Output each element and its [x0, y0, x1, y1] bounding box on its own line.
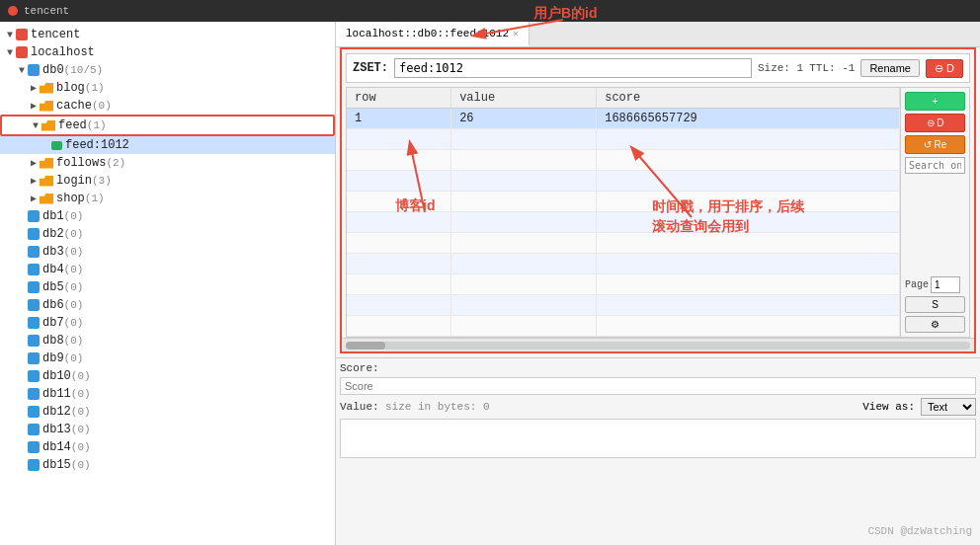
sidebar-label: db11: [42, 387, 71, 401]
cell-empty: [451, 192, 597, 212]
sidebar-item-db10[interactable]: db10 (0): [0, 367, 335, 385]
db-icon: [28, 281, 40, 293]
table-row-empty: [347, 274, 900, 295]
top-bar: tencent: [0, 0, 980, 22]
delete-row-button[interactable]: ⊖ D: [905, 114, 965, 132]
add-row-button[interactable]: +: [905, 92, 965, 111]
sidebar-count: (0): [64, 335, 84, 347]
data-table: rowvaluescore1261686665657729: [347, 88, 900, 337]
sidebar-item-db0[interactable]: ▼db0 (10/5): [0, 61, 335, 79]
sidebar-count: (0): [64, 228, 84, 240]
sidebar-item-db1[interactable]: db1 (0): [0, 207, 335, 225]
data-table-container[interactable]: rowvaluescore1261686665657729: [347, 88, 900, 337]
tab-feed-1012[interactable]: localhost::db0::feed:1012 ✕: [336, 22, 530, 46]
folder-icon: [40, 101, 53, 112]
sidebar-label: shop: [56, 192, 85, 205]
sidebar-item-blog[interactable]: ▶blog (1): [0, 79, 335, 97]
db-icon: [28, 441, 40, 453]
sidebar-item-db12[interactable]: db12 (0): [0, 403, 335, 421]
tree-arrow: ▶: [28, 82, 40, 94]
cell-empty: [347, 233, 451, 254]
sidebar-item-tencent[interactable]: ▼tencent: [0, 26, 335, 43]
table-row-empty: [347, 129, 900, 150]
value-area[interactable]: [340, 419, 976, 458]
tab-label: localhost::db0::feed:1012: [346, 28, 509, 39]
view-as-select[interactable]: Text JSON Hex: [921, 398, 976, 416]
sidebar-count: (2): [106, 157, 125, 169]
sidebar-label: login: [56, 174, 92, 188]
refresh-button[interactable]: ↺ Re: [905, 135, 965, 154]
table-row-empty: [347, 150, 900, 171]
settings-button[interactable]: ⚙: [905, 316, 965, 333]
tab-bar: localhost::db0::feed:1012 ✕: [336, 22, 980, 47]
sidebar-item-db6[interactable]: db6 (0): [0, 296, 335, 314]
db-icon: [28, 352, 40, 364]
sidebar-item-db15[interactable]: db15 (0): [0, 456, 335, 474]
sidebar-label: feed: [58, 118, 87, 132]
search-input[interactable]: [905, 157, 965, 174]
sidebar-label: db8: [42, 334, 64, 348]
folder-icon: [40, 158, 53, 169]
sidebar-item-db4[interactable]: db4 (0): [0, 261, 335, 278]
db-icon: [28, 64, 40, 76]
tree-arrow: ▶: [28, 193, 40, 204]
cell-empty: [451, 254, 597, 274]
sidebar-item-shop[interactable]: ▶shop (1): [0, 190, 335, 207]
tab-close-icon[interactable]: ✕: [513, 28, 519, 39]
sidebar-item-db9[interactable]: db9 (0): [0, 350, 335, 367]
cell-empty: [347, 316, 451, 337]
sidebar-item-localhost[interactable]: ▼localhost: [0, 43, 335, 61]
action-panel: + ⊖ D ↺ Re Page S ⚙: [900, 88, 969, 337]
sidebar-count: (0): [71, 459, 91, 471]
sidebar-label: cache: [56, 99, 92, 113]
cell-empty: [451, 150, 597, 171]
cell-empty: [597, 171, 900, 192]
sidebar-item-db7[interactable]: db7 (0): [0, 314, 335, 332]
sidebar-item-db3[interactable]: db3 (0): [0, 243, 335, 261]
sidebar-item-db13[interactable]: db13 (0): [0, 421, 335, 438]
sidebar-label: db14: [42, 440, 71, 454]
sidebar-label: db12: [42, 405, 71, 419]
sidebar-item-db2[interactable]: db2 (0): [0, 225, 335, 243]
score-input[interactable]: [340, 377, 976, 395]
cell-empty: [347, 171, 451, 192]
sidebar-label: db15: [42, 458, 71, 472]
cell-empty: [597, 150, 900, 171]
sidebar-item-db8[interactable]: db8 (0): [0, 332, 335, 350]
server-icon: [16, 29, 28, 40]
sidebar-label: db5: [42, 280, 64, 294]
table-row-empty: [347, 316, 900, 337]
sidebar-count: (0): [64, 246, 84, 258]
watermark: CSDN @dzWatching: [867, 525, 972, 537]
sidebar-item-feed:1012[interactable]: feed:1012: [0, 136, 335, 154]
server-icon: [8, 6, 18, 16]
sidebar-item-db11[interactable]: db11 (0): [0, 385, 335, 403]
sidebar-item-login[interactable]: ▶login (3): [0, 172, 335, 190]
sidebar-label: feed:1012: [65, 138, 129, 152]
cell-empty: [347, 212, 451, 233]
sidebar-item-db5[interactable]: db5 (0): [0, 278, 335, 296]
zset-section: ZSET: Size: 1 TTL: -1 Rename ⊖ D: [340, 47, 976, 353]
score-input-row: [340, 377, 976, 395]
cell-empty: [347, 192, 451, 212]
tree-arrow: ▶: [28, 100, 40, 112]
score-row: Score:: [340, 362, 976, 374]
sidebar-item-feed[interactable]: ▼feed (1): [0, 115, 335, 136]
sidebar-item-db14[interactable]: db14 (0): [0, 438, 335, 456]
sidebar-item-cache[interactable]: ▶cache (0): [0, 97, 335, 115]
db-icon: [28, 370, 40, 382]
col-header-value: value: [451, 88, 597, 109]
cell-empty: [597, 212, 900, 233]
go-button[interactable]: S: [905, 296, 965, 313]
h-scrollbar[interactable]: [342, 338, 974, 351]
key-name-input[interactable]: [394, 58, 752, 78]
table-area: rowvaluescore1261686665657729 + ⊖ D ↺ Re…: [346, 87, 970, 338]
cell-empty: [347, 254, 451, 274]
sidebar-item-follows[interactable]: ▶follows (2): [0, 154, 335, 172]
delete-button[interactable]: ⊖ D: [926, 59, 963, 78]
cell-empty: [597, 233, 900, 254]
page-number-input[interactable]: [931, 276, 960, 293]
table-row[interactable]: 1261686665657729: [347, 109, 900, 129]
rename-button[interactable]: Rename: [860, 59, 920, 77]
key-icon: [51, 141, 62, 150]
